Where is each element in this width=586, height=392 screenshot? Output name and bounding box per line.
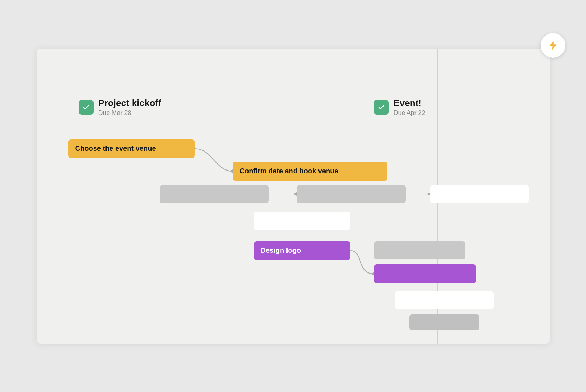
task-design-logo-label: Design logo xyxy=(261,246,301,255)
milestone-1-text: Project kickoff Due Mar 28 xyxy=(98,98,161,117)
milestone-1-icon xyxy=(79,100,94,115)
milestone-project-kickoff: Project kickoff Due Mar 28 xyxy=(79,98,161,117)
task-white-2[interactable] xyxy=(395,291,494,309)
task-white-1[interactable] xyxy=(254,212,350,230)
task-gray-5[interactable] xyxy=(409,314,479,330)
task-gray-4[interactable] xyxy=(374,241,465,259)
task-confirm-date-label: Confirm date and book venue xyxy=(240,167,339,175)
milestone-1-due: Due Mar 28 xyxy=(98,109,161,117)
task-choose-venue[interactable]: Choose the event venue xyxy=(68,139,195,158)
svg-marker-1 xyxy=(293,192,297,196)
milestone-2-text: Event! Due Apr 22 xyxy=(394,98,425,117)
task-purple-2[interactable] xyxy=(374,264,476,283)
main-canvas: Project kickoff Due Mar 28 Event! Due Ap… xyxy=(37,49,550,344)
svg-marker-2 xyxy=(427,192,430,196)
task-gray-1[interactable] xyxy=(160,185,269,203)
milestone-2-title: Event! xyxy=(394,98,425,109)
task-confirm-date[interactable]: Confirm date and book venue xyxy=(233,162,387,181)
milestone-event: Event! Due Apr 22 xyxy=(374,98,425,117)
svg-marker-3 xyxy=(371,272,374,276)
lightning-button[interactable] xyxy=(541,33,565,58)
lightning-icon xyxy=(547,40,559,51)
svg-marker-0 xyxy=(229,169,233,173)
task-gray-3[interactable] xyxy=(430,185,529,203)
milestone-1-title: Project kickoff xyxy=(98,98,161,109)
milestone-2-due: Due Apr 22 xyxy=(394,109,425,117)
milestone-2-icon xyxy=(374,100,389,115)
task-choose-venue-label: Choose the event venue xyxy=(75,144,156,153)
task-design-logo[interactable]: Design logo xyxy=(254,241,350,260)
task-gray-2[interactable] xyxy=(297,185,406,203)
